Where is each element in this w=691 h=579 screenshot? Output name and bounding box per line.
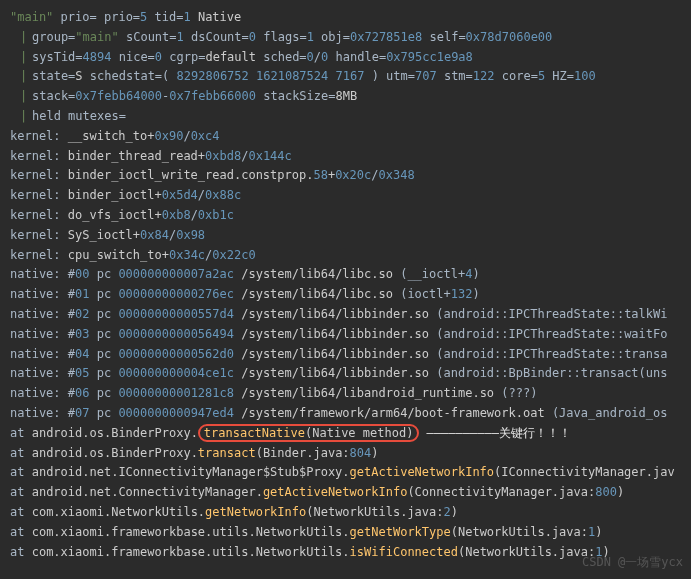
- native-line: native: #02 pc 00000000000557d4 /system/…: [10, 305, 681, 325]
- java-block: at android.os.BinderProxy.transactNative…: [10, 424, 681, 563]
- java-stack-line: at com.xiaomi.frameworkbase.utils.Networ…: [10, 523, 681, 543]
- kernel-line: kernel: do_vfs_ioctl+0xb8/0xb1c: [10, 206, 681, 226]
- kernel-line: kernel: SyS_ioctl+0x84/0x98: [10, 226, 681, 246]
- highlight-key-line: transactNative(Native method): [198, 424, 420, 442]
- thread-name: "main": [10, 10, 53, 24]
- java-stack-line: at android.net.ConnectivityManager.getAc…: [10, 483, 681, 503]
- thread-header: "main" prio= prio= prio=5 tid=1 Native: [10, 8, 681, 28]
- group-line: group="main" sCount=1 dsCount=0 flags=1 …: [10, 28, 681, 48]
- java-stack-line: at android.os.BinderProxy.transactNative…: [10, 424, 681, 444]
- java-stack-line: at android.os.BinderProxy.transact(Binde…: [10, 444, 681, 464]
- kernel-block: kernel: __switch_to+0x90/0xc4kernel: bin…: [10, 127, 681, 266]
- native-block: native: #00 pc 000000000007a2ac /system/…: [10, 265, 681, 423]
- native-line: native: #03 pc 0000000000056494 /system/…: [10, 325, 681, 345]
- prio-kv: prio=5: [104, 10, 147, 24]
- kernel-line: kernel: cpu_switch_to+0x34c/0x22c0: [10, 246, 681, 266]
- java-stack-line: at com.xiaomi.frameworkbase.utils.Networ…: [10, 543, 681, 563]
- native-line: native: #00 pc 000000000007a2ac /system/…: [10, 265, 681, 285]
- thread-type: Native: [198, 10, 241, 24]
- kernel-line: kernel: binder_thread_read+0xbd8/0x144c: [10, 147, 681, 167]
- native-line: native: #04 pc 00000000000562d0 /system/…: [10, 345, 681, 365]
- native-line: native: #01 pc 00000000000276ec /system/…: [10, 285, 681, 305]
- native-line: native: #06 pc 00000000001281c8 /system/…: [10, 384, 681, 404]
- kernel-line: kernel: __switch_to+0x90/0xc4: [10, 127, 681, 147]
- state-line: state=S schedstat=( 8292806752 162108752…: [10, 67, 681, 87]
- held-mutexes-line: held mutexes=: [10, 107, 681, 127]
- stack-line: stack=0x7febb64000-0x7febb66000 stackSiz…: [10, 87, 681, 107]
- prio-label: [97, 10, 104, 24]
- kernel-line: kernel: binder_ioctl+0x5d4/0x88c: [10, 186, 681, 206]
- java-stack-line: at android.net.IConnectivityManager$Stub…: [10, 463, 681, 483]
- kernel-line: kernel: binder_ioctl_write_read.constpro…: [10, 166, 681, 186]
- native-line: native: #05 pc 000000000004ce1c /system/…: [10, 364, 681, 384]
- java-stack-line: at com.xiaomi.NetworkUtils.getNetworkInf…: [10, 503, 681, 523]
- tid-kv: tid=1: [155, 10, 191, 24]
- native-line: native: #07 pc 0000000000947ed4 /system/…: [10, 404, 681, 424]
- systid-line: sysTid=4894 nice=0 cgrp=default sched=0/…: [10, 48, 681, 68]
